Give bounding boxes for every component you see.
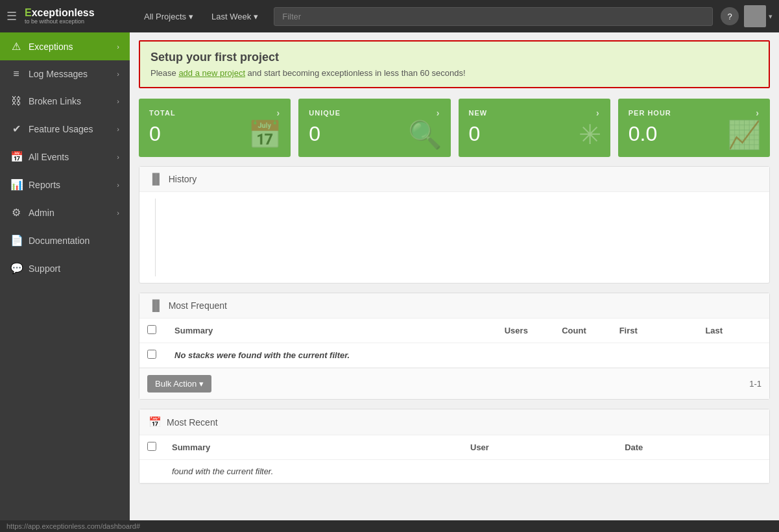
total-card-icon: 📅 — [248, 119, 282, 151]
avatar — [744, 5, 766, 27]
bulk-action-caret-icon: ▾ — [199, 379, 204, 389]
top-navigation: ☰ Exceptionless to be without exception … — [0, 0, 779, 32]
sidebar-caret-icon: › — [117, 43, 119, 51]
warning-icon: ⚠ — [10, 40, 22, 53]
new-card[interactable]: NEW › 0 ✳ — [459, 99, 610, 157]
recent-table-header-row: Summary User Date — [139, 435, 769, 460]
first-column-header: First — [612, 319, 698, 343]
setup-banner-title: Setup your first project — [150, 51, 758, 64]
docs-icon: 📄 — [10, 234, 22, 247]
filter-input[interactable] — [274, 7, 713, 26]
select-all-checkbox[interactable] — [147, 325, 156, 334]
sidebar-caret-icon: › — [117, 125, 119, 133]
per-hour-card[interactable]: PER HOUR › 0.0 📈 — [618, 99, 770, 157]
unique-card[interactable]: UNIQUE › 0 🔍 — [298, 99, 450, 157]
sidebar-item-all-events[interactable]: 📅 All Events › — [0, 143, 130, 171]
most-recent-panel: 📅 Most Recent Summary User — [139, 409, 770, 484]
sidebar-caret-icon: › — [117, 70, 119, 78]
new-arrow-icon: › — [596, 108, 600, 118]
sidebar-item-feature-usages[interactable]: ✔ Feature Usages › — [0, 115, 130, 143]
project-filter-area: All Projects ▾ Last Week ▾ — [136, 8, 266, 25]
logo-area: ☰ Exceptionless to be without exception — [6, 7, 136, 25]
projects-caret-icon: ▾ — [189, 12, 193, 21]
log-icon: ≡ — [10, 68, 22, 80]
most-frequent-table: Summary Users Count First Last — [139, 319, 769, 368]
recent-summary-column-header: Summary — [164, 435, 462, 460]
add-project-link[interactable]: add a new project — [178, 68, 245, 78]
per-hour-card-icon: 📈 — [727, 119, 761, 151]
history-chart — [139, 192, 769, 283]
bar-icon: ▐▌ — [149, 300, 163, 311]
chat-icon: 💬 — [10, 262, 22, 274]
recent-table-row: found with the current filter. — [139, 460, 769, 483]
bulk-action-button[interactable]: Bulk Action ▾ — [147, 375, 211, 393]
broken-link-icon: ⛓ — [10, 95, 22, 107]
reports-icon: 📊 — [10, 178, 22, 191]
sidebar: ⚠ Exceptions › ≡ Log Messages › ⛓ Broken… — [0, 32, 130, 520]
recent-date-column-header: Date — [617, 435, 769, 460]
logo: Exceptionless to be without exception — [25, 7, 95, 25]
summary-column-header: Summary — [167, 319, 497, 343]
sidebar-caret-icon: › — [117, 97, 119, 105]
history-panel: ▐▌ History — [139, 166, 770, 284]
sidebar-caret-icon: › — [117, 153, 119, 161]
sidebar-item-admin[interactable]: ⚙ Admin › — [0, 199, 130, 226]
sidebar-caret-icon: › — [117, 209, 119, 217]
unique-card-icon: 🔍 — [408, 119, 442, 151]
timerange-button[interactable]: Last Week ▾ — [204, 8, 266, 25]
table-row: No stacks were found with the current fi… — [139, 343, 769, 368]
recent-user-column-header: User — [462, 435, 617, 460]
sidebar-item-documentation[interactable]: 📄 Documentation — [0, 226, 130, 254]
avatar-caret-icon: ▾ — [769, 12, 773, 21]
calendar-section-icon: 📅 — [149, 416, 162, 428]
sidebar-caret-icon: › — [117, 181, 119, 189]
main-content: Setup your first project Please add a ne… — [130, 32, 779, 520]
bar-chart-icon: ▐▌ — [149, 173, 163, 185]
setup-banner: Setup your first project Please add a ne… — [139, 40, 770, 88]
count-column-header: Count — [554, 319, 611, 343]
chart-y-axis — [155, 199, 156, 276]
table-footer: Bulk Action ▾ 1-1 — [139, 368, 769, 399]
timerange-caret-icon: ▾ — [254, 12, 258, 21]
table-header-row: Summary Users Count First Last — [139, 319, 769, 343]
history-header: ▐▌ History — [139, 167, 769, 192]
filter-area — [274, 7, 713, 26]
row-checkbox[interactable] — [147, 350, 156, 359]
new-card-icon: ✳ — [579, 119, 601, 151]
help-button[interactable]: ? — [721, 7, 739, 25]
most-frequent-header: ▐▌ Most Frequent — [139, 293, 769, 319]
all-projects-button[interactable]: All Projects ▾ — [136, 8, 201, 25]
most-frequent-panel: ▐▌ Most Frequent Summary Users — [139, 293, 770, 400]
total-arrow-icon: › — [277, 108, 281, 118]
most-recent-header: 📅 Most Recent — [139, 409, 769, 435]
statusbar: https://app.exceptionless.com/dashboard# — [0, 520, 779, 532]
recent-no-data-message: found with the current filter. — [164, 460, 769, 483]
sidebar-item-exceptions[interactable]: ⚠ Exceptions › — [0, 32, 130, 60]
unique-arrow-icon: › — [437, 108, 440, 118]
sidebar-item-log-messages[interactable]: ≡ Log Messages › — [0, 60, 130, 88]
no-data-message: No stacks were found with the current fi… — [167, 343, 769, 368]
most-recent-table: Summary User Date found wit — [139, 435, 769, 483]
recent-select-all-checkbox[interactable] — [147, 442, 156, 451]
users-column-header: Users — [497, 319, 554, 343]
stat-cards: TOTAL › 0 📅 UNIQUE › 0 🔍 NEW › 0 — [130, 96, 779, 166]
last-column-header: Last — [697, 319, 769, 343]
sidebar-item-support[interactable]: 💬 Support — [0, 254, 130, 282]
user-avatar-area[interactable]: ▾ — [744, 5, 773, 27]
hamburger-icon[interactable]: ☰ — [6, 9, 17, 23]
calendar-icon: 📅 — [10, 151, 22, 163]
setup-banner-text: Please add a new project and start becom… — [150, 68, 758, 78]
feature-icon: ✔ — [10, 123, 22, 135]
sidebar-item-broken-links[interactable]: ⛓ Broken Links › — [0, 88, 130, 115]
select-all-header — [139, 319, 167, 343]
pagination-info: 1-1 — [749, 379, 761, 389]
gear-icon: ⚙ — [10, 206, 22, 219]
recent-select-all-header — [139, 435, 164, 460]
sidebar-item-reports[interactable]: 📊 Reports › — [0, 171, 130, 199]
total-card[interactable]: TOTAL › 0 📅 — [139, 99, 291, 157]
per-hour-arrow-icon: › — [756, 108, 760, 118]
main-layout: ⚠ Exceptions › ≡ Log Messages › ⛓ Broken… — [0, 32, 779, 520]
